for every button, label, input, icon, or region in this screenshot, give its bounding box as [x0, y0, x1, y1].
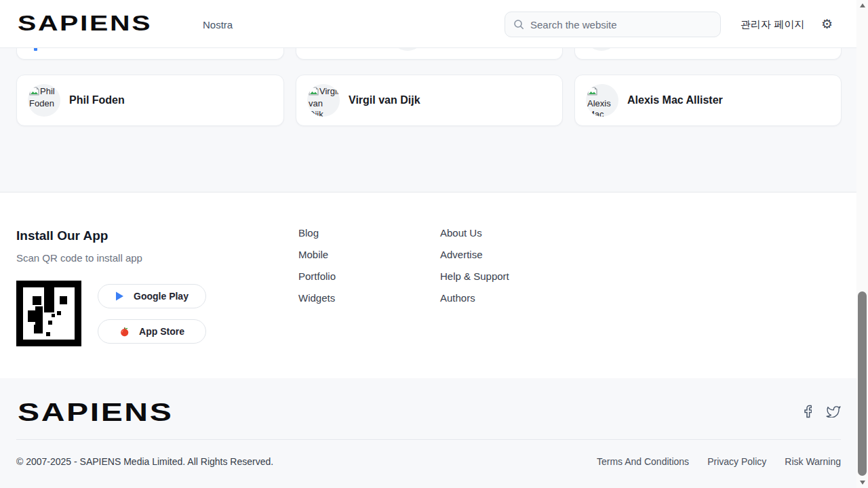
scrollbar-thumb[interactable]	[858, 291, 867, 476]
facebook-icon[interactable]	[804, 405, 812, 418]
author-card[interactable]: Alexis Mac Allister Alexis Mac Allister	[574, 75, 842, 126]
author-name: Alexis Mac Allister	[627, 94, 723, 106]
avatar-broken-image: Phil Foden	[28, 84, 60, 117]
author-card[interactable]: Phil Foden Phil Foden	[16, 75, 284, 126]
avatar-alt-text: Alexis Mac Allister	[587, 98, 614, 117]
author-name: Phil Foden	[69, 94, 125, 106]
app-store-button[interactable]: App Store	[98, 319, 206, 344]
search-bar[interactable]	[505, 12, 721, 37]
google-play-button[interactable]: Google Play	[98, 284, 206, 308]
install-app-subtitle: Scan QR code to install app	[16, 252, 142, 264]
author-name: Virgil van Dijk	[349, 94, 420, 106]
privacy-link[interactable]: Privacy Policy	[707, 456, 766, 467]
top-navbar: SAPIENS Nostra 관리자 페이지 ⚙	[0, 0, 856, 48]
avatar	[585, 48, 618, 51]
avatar-broken-image: Virgil van Dijk	[307, 84, 340, 117]
vertical-scrollbar[interactable]	[856, 0, 868, 488]
footer-links-column-1: Blog Mobile Portfolio Widgets	[298, 228, 336, 303]
legal-links: Terms And Conditions Privacy Policy Risk…	[597, 456, 841, 467]
footer-link-blog[interactable]: Blog	[298, 228, 336, 238]
google-play-icon	[115, 291, 124, 301]
scroll-down-arrow[interactable]	[856, 477, 868, 488]
qr-code	[16, 281, 81, 346]
gear-icon[interactable]: ⚙	[821, 16, 833, 33]
footer-link-authors[interactable]: Authors	[440, 293, 509, 303]
twitter-icon[interactable]	[826, 405, 841, 418]
broken-image-icon	[309, 87, 319, 98]
footer-links-column-2: About Us Advertise Help & Support Author…	[440, 228, 509, 303]
footer-link-advertise[interactable]: Advertise	[440, 249, 509, 260]
avatar-broken-image: Alexis Mac Allister	[586, 84, 618, 117]
install-app-title: Install Our App	[16, 228, 108, 243]
broken-image-icon	[587, 87, 597, 98]
sapiens-footer-logo: SAPIENS	[18, 399, 173, 427]
risk-warning-link[interactable]: Risk Warning	[785, 456, 841, 467]
admin-page-link[interactable]: 관리자 페이지	[741, 18, 804, 31]
search-icon	[513, 19, 524, 30]
sapiens-logo[interactable]: SAPIENS	[18, 12, 152, 36]
footer-link-about-us[interactable]: About Us	[440, 228, 509, 238]
terms-link[interactable]: Terms And Conditions	[597, 456, 689, 467]
avatar	[391, 48, 424, 51]
social-icons	[804, 405, 841, 418]
app-store-label: App Store	[139, 326, 184, 337]
footer: Install Our App Scan QR code to install …	[0, 192, 856, 378]
google-play-label: Google Play	[134, 291, 189, 302]
author-card[interactable]: Virgil van Dijk Virgil van Dijk	[296, 75, 563, 126]
partial-card[interactable]	[574, 48, 842, 60]
clipped-content-fragment	[34, 48, 37, 51]
scroll-up-arrow[interactable]	[856, 0, 868, 11]
footer-divider	[16, 439, 841, 440]
footer-link-mobile[interactable]: Mobile	[298, 249, 336, 260]
partial-card[interactable]	[296, 48, 563, 60]
copyright-text: © 2007-2025 - SAPIENS Media Limited. All…	[16, 456, 273, 467]
site-subtitle: Nostra	[203, 19, 233, 30]
footer-link-portfolio[interactable]: Portfolio	[298, 271, 336, 281]
search-input[interactable]	[530, 19, 712, 30]
broken-image-icon	[29, 87, 39, 98]
page: SAPIENS Nostra 관리자 페이지 ⚙ Phil Foden Phil…	[0, 0, 868, 488]
footer-link-widgets[interactable]: Widgets	[298, 293, 336, 303]
apple-icon	[119, 327, 130, 337]
footer-bottom: SAPIENS © 2007-2025 - SAPIENS Media Limi…	[0, 379, 856, 488]
partial-card[interactable]	[16, 48, 284, 60]
footer-link-help-support[interactable]: Help & Support	[440, 271, 509, 281]
